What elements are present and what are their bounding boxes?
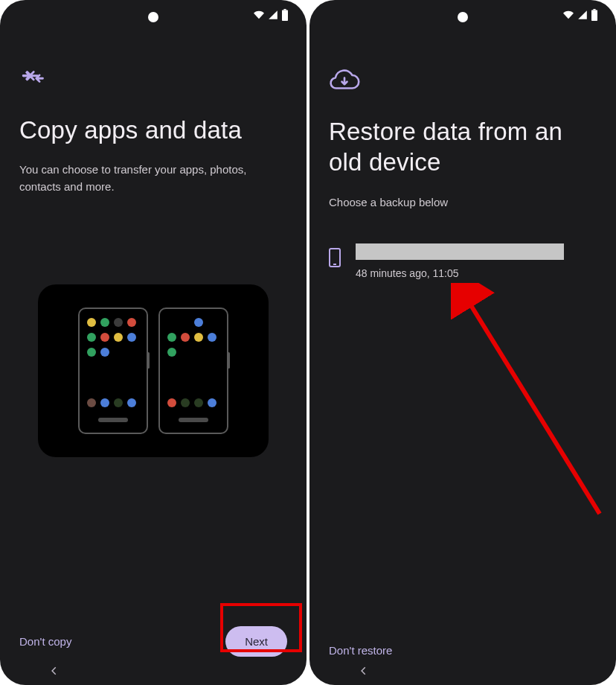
- phone-device-icon: [329, 248, 341, 270]
- transfer-arrows-icon: [19, 68, 287, 94]
- phone-screen-restore: Restore data from an old device Choose a…: [309, 0, 616, 685]
- cloud-download-icon: [329, 68, 597, 95]
- next-button[interactable]: Next: [225, 626, 287, 657]
- dont-restore-button[interactable]: Don't restore: [329, 644, 392, 657]
- back-nav-icon[interactable]: [49, 666, 60, 679]
- phone-screen-copy-apps: Copy apps and data You can choose to tra…: [0, 0, 307, 685]
- illustration-phone-a: [78, 308, 148, 434]
- page-subtitle: You can choose to transfer your apps, ph…: [19, 162, 287, 195]
- page-subtitle: Choose a backup below: [329, 194, 597, 211]
- dont-copy-button[interactable]: Don't copy: [19, 635, 71, 648]
- page-title: Copy apps and data: [19, 115, 287, 145]
- back-nav-icon[interactable]: [359, 666, 369, 679]
- page-title: Restore data from an old device: [329, 116, 597, 178]
- backup-item[interactable]: 48 minutes ago, 11:05: [329, 243, 597, 279]
- transfer-illustration: [38, 284, 269, 457]
- backup-timestamp: 48 minutes ago, 11:05: [356, 267, 564, 279]
- illustration-phone-b: [158, 308, 228, 434]
- backup-device-name-redacted: [356, 243, 564, 260]
